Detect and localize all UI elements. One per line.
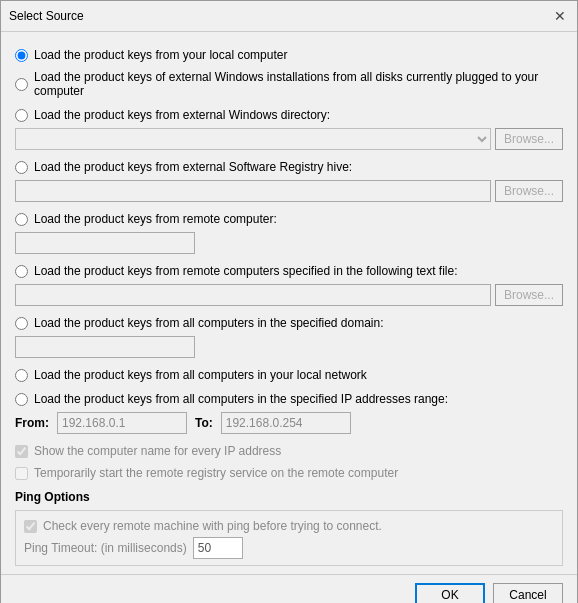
input-row-5 (15, 232, 563, 254)
directory-dropdown[interactable] (15, 128, 491, 150)
radio-label-9[interactable]: Load the product keys from all computers… (34, 392, 448, 406)
radio-label-3[interactable]: Load the product keys from external Wind… (34, 108, 330, 122)
radio-row-5: Load the product keys from remote comput… (15, 212, 563, 226)
remote-computer-input[interactable] (15, 232, 195, 254)
radio-label-1[interactable]: Load the product keys from your local co… (34, 48, 287, 62)
radio-local-computer[interactable] (15, 49, 28, 62)
browse-button-3[interactable]: Browse... (495, 128, 563, 150)
cancel-button[interactable]: Cancel (493, 583, 563, 603)
ping-timeout-label: Ping Timeout: (in milliseconds) (24, 541, 187, 555)
input-row-7 (15, 336, 563, 358)
input-row-6: Browse... (15, 284, 563, 306)
radio-remote-computer[interactable] (15, 213, 28, 226)
radio-registry-hive[interactable] (15, 161, 28, 174)
radio-label-6[interactable]: Load the product keys from remote comput… (34, 264, 458, 278)
from-to-row: From: To: (15, 412, 563, 434)
check-ping-row: Check every remote machine with ping bef… (24, 519, 554, 533)
radio-label-7[interactable]: Load the product keys from all computers… (34, 316, 384, 330)
title-bar: Select Source ✕ (1, 1, 577, 32)
radio-text-file[interactable] (15, 265, 28, 278)
radio-row-9: Load the product keys from all computers… (15, 392, 563, 406)
from-label: From: (15, 416, 49, 430)
radio-row-7: Load the product keys from all computers… (15, 316, 563, 330)
temp-registry-checkbox[interactable] (15, 467, 28, 480)
domain-input[interactable] (15, 336, 195, 358)
temp-registry-label[interactable]: Temporarily start the remote registry se… (34, 466, 398, 480)
dialog-footer: OK Cancel (1, 574, 577, 603)
to-label: To: (195, 416, 213, 430)
radio-ip-range[interactable] (15, 393, 28, 406)
checkbox-row-show-name: Show the computer name for every IP addr… (15, 444, 563, 458)
dialog-title: Select Source (9, 9, 84, 23)
show-computer-name-checkbox[interactable] (15, 445, 28, 458)
radio-external-directory[interactable] (15, 109, 28, 122)
radio-row-1: Load the product keys from your local co… (15, 48, 563, 62)
show-computer-name-label[interactable]: Show the computer name for every IP addr… (34, 444, 281, 458)
check-ping-checkbox[interactable] (24, 520, 37, 533)
radio-domain[interactable] (15, 317, 28, 330)
from-ip-input[interactable] (57, 412, 187, 434)
radio-external-disks[interactable] (15, 78, 28, 91)
close-button[interactable]: ✕ (551, 7, 569, 25)
radio-row-6: Load the product keys from remote comput… (15, 264, 563, 278)
ping-options-label: Ping Options (15, 490, 563, 504)
registry-hive-input[interactable] (15, 180, 491, 202)
radio-row-8: Load the product keys from all computers… (15, 368, 563, 382)
browse-button-4[interactable]: Browse... (495, 180, 563, 202)
radio-label-5[interactable]: Load the product keys from remote comput… (34, 212, 277, 226)
browse-button-6[interactable]: Browse... (495, 284, 563, 306)
ok-button[interactable]: OK (415, 583, 485, 603)
radio-label-8[interactable]: Load the product keys from all computers… (34, 368, 367, 382)
radio-local-network[interactable] (15, 369, 28, 382)
ping-timeout-input[interactable] (193, 537, 243, 559)
dialog-body: Load the product keys from your local co… (1, 32, 577, 574)
ping-timeout-row: Ping Timeout: (in milliseconds) (24, 537, 554, 559)
radio-label-2[interactable]: Load the product keys of external Window… (34, 70, 563, 98)
radio-row-2: Load the product keys of external Window… (15, 70, 563, 98)
ping-options-group: Check every remote machine with ping bef… (15, 510, 563, 566)
select-source-dialog: Select Source ✕ Load the product keys fr… (0, 0, 578, 603)
radio-label-4[interactable]: Load the product keys from external Soft… (34, 160, 352, 174)
check-ping-label[interactable]: Check every remote machine with ping bef… (43, 519, 382, 533)
input-row-3: Browse... (15, 128, 563, 150)
radio-row-4: Load the product keys from external Soft… (15, 160, 563, 174)
text-file-input[interactable] (15, 284, 491, 306)
to-ip-input[interactable] (221, 412, 351, 434)
input-row-4: Browse... (15, 180, 563, 202)
checkbox-row-temp-registry: Temporarily start the remote registry se… (15, 466, 563, 480)
radio-row-3: Load the product keys from external Wind… (15, 108, 563, 122)
